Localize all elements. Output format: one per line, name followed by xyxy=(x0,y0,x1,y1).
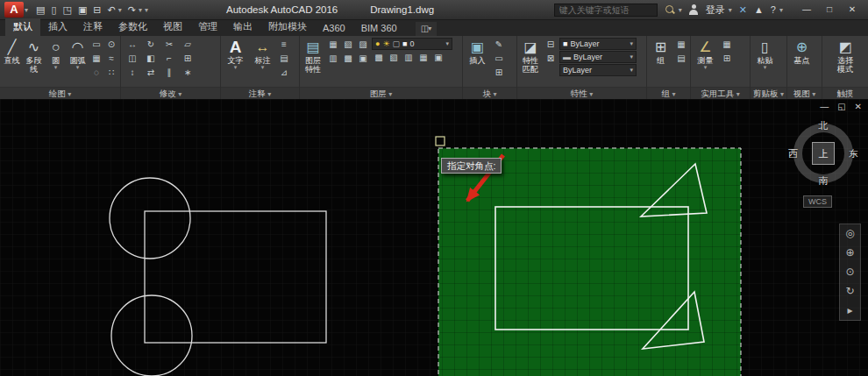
layer-walk-icon[interactable]: ▧ xyxy=(387,51,401,64)
layer-isolate-icon[interactable]: ▥ xyxy=(326,52,340,65)
panel-label-touch[interactable]: 触摸 xyxy=(822,87,868,99)
tool-group[interactable]: ⊞ 组 xyxy=(649,38,672,65)
new-file-icon[interactable]: ▯ xyxy=(51,4,56,16)
panel-label-layers[interactable]: 图层 ▾ xyxy=(300,87,462,99)
tab-home[interactable]: 默认 xyxy=(5,18,40,36)
quick-select-icon[interactable]: ▦ xyxy=(720,38,734,51)
search-input[interactable] xyxy=(558,4,654,16)
list-icon[interactable]: ⊠ xyxy=(544,52,558,65)
save-icon[interactable]: ▣ xyxy=(78,4,87,16)
workspace-icon[interactable]: ▤ xyxy=(36,4,45,16)
undo-caret-icon[interactable]: ▾ xyxy=(118,6,122,14)
tool-match-properties[interactable]: ◪ 特性匹配 xyxy=(519,38,542,74)
copy-icon[interactable]: ◫ xyxy=(125,52,139,65)
panel-label-clipboard[interactable]: 剪贴板 ▾ xyxy=(751,87,786,99)
tab-insert[interactable]: 插入 xyxy=(40,18,75,36)
offset-icon[interactable]: ∥ xyxy=(162,66,176,79)
spline-icon[interactable]: ≈ xyxy=(104,52,118,65)
a360-icon[interactable]: ▲ xyxy=(754,4,764,15)
panel-label-draw[interactable]: 绘图 ▾ xyxy=(0,87,120,99)
signin-caret-icon[interactable]: ▾ xyxy=(729,6,732,14)
donut-icon[interactable]: ⊙ xyxy=(104,38,118,51)
tab-view[interactable]: 视图 xyxy=(155,18,190,36)
tab-manage[interactable]: 管理 xyxy=(190,18,225,36)
pickadd-icon[interactable]: ⊟ xyxy=(544,38,558,51)
redo-caret-icon[interactable]: ▾ xyxy=(139,6,142,14)
tool-text[interactable]: A 文字 ▾ xyxy=(223,38,248,70)
orbit-icon[interactable]: ↻ xyxy=(845,286,854,297)
search-icon[interactable] xyxy=(665,4,675,15)
layer-lock-icon[interactable]: ▨ xyxy=(356,38,370,51)
panel-label-groups[interactable]: 组 ▾ xyxy=(647,87,690,99)
mleader-icon[interactable]: ≡ xyxy=(277,38,291,51)
panel-label-modify[interactable]: 修改 ▾ xyxy=(121,87,220,99)
ribbon-display-toggle[interactable]: ◫ ▾ xyxy=(416,22,437,36)
trim-icon[interactable]: ✂ xyxy=(162,38,176,51)
rectangle-icon[interactable]: ▭ xyxy=(89,38,103,51)
tab-parametric[interactable]: 参数化 xyxy=(110,18,155,36)
tab-bim360[interactable]: BIM 360 xyxy=(353,21,405,36)
app-menu-button[interactable]: A xyxy=(4,2,24,18)
revcloud-icon[interactable]: ◌ xyxy=(89,66,103,79)
group-edit-icon[interactable]: ▤ xyxy=(674,52,688,65)
tool-measure[interactable]: ∠ 测量 ▾ xyxy=(693,38,718,70)
signin-button[interactable]: 登录 xyxy=(706,4,725,17)
layer-merge-icon[interactable]: ▣ xyxy=(431,51,445,64)
layer-state-icon[interactable]: ▩ xyxy=(372,51,386,64)
open-file-icon[interactable]: ◳ xyxy=(62,4,71,16)
layer-on-icon[interactable]: ▦ xyxy=(416,51,430,64)
plot-icon[interactable]: ⊟ xyxy=(93,4,101,16)
help-icon[interactable]: ? xyxy=(771,4,776,15)
tool-circle[interactable]: ○ 圆 ▾ xyxy=(46,38,66,70)
points-icon[interactable]: ∷ xyxy=(104,66,118,79)
panel-label-block[interactable]: 块 ▾ xyxy=(463,87,516,99)
pan-icon[interactable]: ⊕ xyxy=(845,247,854,259)
mirror-icon[interactable]: ◧ xyxy=(144,52,158,65)
quick-calc-icon[interactable]: ⊞ xyxy=(720,52,734,65)
tool-select-mode[interactable]: ◩ 选择模式 xyxy=(834,38,857,74)
zoom-icon[interactable]: ⊙ xyxy=(845,266,854,278)
layer-combo[interactable]: ● ☀ ▢ ■ 0 ▾ xyxy=(372,38,452,50)
array-icon[interactable]: ⊞ xyxy=(181,52,195,65)
compass-south-label[interactable]: 南 xyxy=(819,174,829,188)
drawing-restore-button[interactable]: ◱ xyxy=(837,102,845,111)
move-icon[interactable]: ↔ xyxy=(125,38,139,51)
redo-icon[interactable]: ↷ xyxy=(128,4,136,16)
layer-off-icon[interactable]: ▦ xyxy=(326,38,340,51)
close-button[interactable]: ✕ xyxy=(841,1,864,18)
ungroup-icon[interactable]: ▦ xyxy=(674,38,688,51)
edit-attribute-icon[interactable]: ✎ xyxy=(492,38,506,51)
hatch-icon[interactable]: ▦ xyxy=(89,52,103,65)
panel-label-view[interactable]: 视图 ▾ xyxy=(787,87,822,99)
maximize-button[interactable]: □ xyxy=(818,1,841,18)
layer-thaw-icon[interactable]: ▥ xyxy=(402,51,416,64)
compass-north-label[interactable]: 北 xyxy=(819,119,829,132)
tab-annotate[interactable]: 注释 xyxy=(75,18,110,36)
stretch-icon[interactable]: ↕ xyxy=(125,66,139,79)
create-block-icon[interactable]: ▭ xyxy=(492,52,506,65)
tool-arc[interactable]: ◠ 圆弧 ▾ xyxy=(68,38,88,70)
navwheel-icon[interactable]: ◎ xyxy=(845,228,854,239)
block-editor-icon[interactable]: ⊞ xyxy=(492,66,506,79)
tool-dimension[interactable]: ↔ 标注 ▾ xyxy=(250,38,275,70)
color-combo[interactable]: ■ ByLayer ▾ xyxy=(559,38,637,50)
table-icon[interactable]: ▤ xyxy=(277,52,291,65)
compass-top-face[interactable]: 上 xyxy=(812,142,835,165)
scale-icon[interactable]: ⇄ xyxy=(144,66,158,79)
help-caret-icon[interactable]: ▾ xyxy=(779,6,783,14)
viewcube-compass[interactable]: 上 北 南 西 东 xyxy=(790,120,857,187)
wcs-button[interactable]: WCS xyxy=(803,195,832,208)
tab-a360[interactable]: A360 xyxy=(315,21,353,36)
tab-addins[interactable]: 附加模块 xyxy=(260,18,315,36)
minimize-button[interactable]: — xyxy=(795,1,818,18)
search-caret-icon[interactable]: ▾ xyxy=(679,6,682,14)
dimstyle-icon[interactable]: ⊿ xyxy=(277,66,291,79)
panel-label-annotate[interactable]: 注释 ▾ xyxy=(221,87,299,99)
tool-base[interactable]: ⊕ 基点 xyxy=(789,38,815,65)
tool-line[interactable]: ╱ 直线 xyxy=(2,38,22,65)
tool-polyline[interactable]: ∿ 多段线 xyxy=(24,38,44,74)
exchange-icon[interactable]: ✕ xyxy=(739,4,747,16)
panel-label-utilities[interactable]: 实用工具 ▾ xyxy=(691,87,750,99)
lineweight-combo[interactable]: ▬ ByLayer ▾ xyxy=(559,51,637,63)
tool-insert[interactable]: ▣ 插入 xyxy=(465,38,490,65)
